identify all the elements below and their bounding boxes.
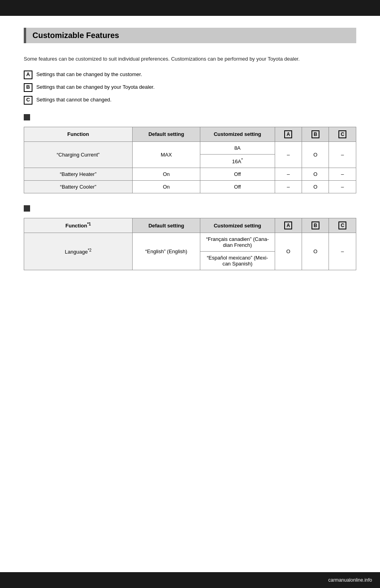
language-b: O: [302, 233, 329, 270]
badge-b: B: [24, 83, 32, 92]
badge-b-line: B Settings that can be changed by your T…: [24, 83, 356, 92]
charging-current-16a: 16A*: [200, 154, 275, 168]
battery-heater-label: “Battery Heater”: [24, 168, 133, 181]
battery-cooler-b: O: [302, 181, 329, 193]
language-a: O: [275, 233, 302, 270]
table2-header-row: Function*1 Default setting Customized se…: [24, 218, 356, 233]
badge-a: A: [24, 71, 32, 79]
table2-badge-c: C: [338, 221, 346, 229]
section-divider-1: [24, 114, 356, 120]
table2-header-a: A: [275, 218, 302, 233]
battery-heater-a: –: [275, 168, 302, 181]
content-area: Customizable Features Some features can …: [0, 16, 380, 294]
table2-header-c: C: [329, 218, 356, 233]
badge-c-description: Settings that cannot be changed.: [36, 97, 112, 103]
table1-badge-b: B: [312, 130, 319, 138]
badge-b-description: Settings that can be changed by your Toy…: [36, 84, 155, 90]
table1-header-default: Default setting: [132, 127, 200, 141]
table1-header-customized: Customized setting: [200, 127, 275, 141]
section-icon-1: [24, 114, 30, 120]
charging-current-b: O: [302, 141, 329, 168]
table2-header-customized: Customized setting: [200, 218, 275, 233]
battery-cooler-a: –: [275, 181, 302, 193]
battery-cooler-c: –: [329, 181, 356, 193]
table-row: “Charging Current” MAX 8A – O –: [24, 141, 356, 154]
table1-header-c: C: [329, 127, 356, 141]
charging-current-a: –: [275, 141, 302, 168]
language-canadian-french: “Français can­adien” (Cana­dian French): [200, 233, 275, 252]
top-bar: [0, 0, 380, 16]
table1-header-a: A: [275, 127, 302, 141]
page-title-bar: Customizable Features: [24, 28, 356, 43]
section-icon-2: [24, 205, 30, 212]
charging-current-8a: 8A: [200, 141, 275, 154]
charging-current-c: –: [329, 141, 356, 168]
table2-header-function: Function*1: [24, 218, 133, 233]
feature-table-2: Function*1 Default setting Customized se…: [24, 218, 356, 270]
badge-c-line: C Settings that cannot be changed.: [24, 96, 356, 105]
table2-badge-b: B: [312, 221, 319, 229]
language-label: Language*2: [24, 233, 133, 270]
battery-cooler-default: On: [132, 181, 200, 193]
feature-table-1: Function Default setting Customized sett…: [24, 127, 356, 193]
battery-heater-default: On: [132, 168, 200, 181]
language-c: –: [329, 233, 356, 270]
table1-header-b: B: [302, 127, 329, 141]
table2-badge-a: A: [284, 221, 292, 229]
battery-cooler-label: “Battery Cooler”: [24, 181, 133, 193]
table2-header-b: B: [302, 218, 329, 233]
bottom-bar: carmanualonline.info: [0, 572, 380, 588]
language-mexican-spanish: “Español mexi­cano” (Mexi­can Spanish): [200, 252, 275, 270]
battery-heater-b: O: [302, 168, 329, 181]
table-row: Language*2 “English” (English) “Français…: [24, 233, 356, 252]
table1-badge-c: C: [338, 130, 346, 138]
battery-heater-custom: Off: [200, 168, 275, 181]
table1-header-row: Function Default setting Customized sett…: [24, 127, 356, 141]
table1-badge-a: A: [284, 130, 292, 138]
battery-heater-c: –: [329, 168, 356, 181]
badge-c: C: [24, 96, 32, 105]
table-row: “Battery Heater” On Off – O –: [24, 168, 356, 181]
badge-a-description: Settings that can be changed by the cust…: [36, 71, 142, 77]
intro-text: Some features can be customized to suit …: [24, 55, 356, 63]
badge-a-line: A Settings that can be changed by the cu…: [24, 71, 356, 79]
battery-cooler-custom: Off: [200, 181, 275, 193]
table1-header-function: Function: [24, 127, 133, 141]
table2-header-default: Default setting: [132, 218, 200, 233]
section-divider-2: [24, 205, 356, 212]
page-title: Customizable Features: [32, 31, 350, 40]
bottom-spacer: [0, 294, 380, 373]
bottom-url: carmanualonline.info: [328, 577, 372, 583]
language-default: “English” (English): [132, 233, 200, 270]
table-row: “Battery Cooler” On Off – O –: [24, 181, 356, 193]
charging-current-label: “Charging Current”: [24, 141, 133, 168]
charging-current-default: MAX: [132, 141, 200, 168]
